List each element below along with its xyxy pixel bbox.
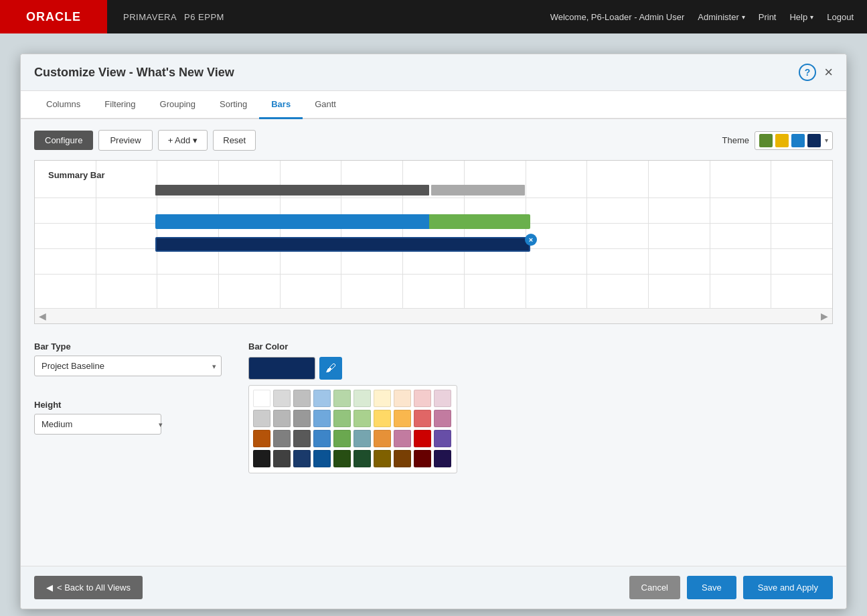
palette-color-cell[interactable] — [394, 410, 411, 427]
palette-color-cell[interactable] — [253, 430, 270, 447]
palette-color-cell[interactable] — [273, 390, 291, 407]
palette-color-cell[interactable] — [253, 410, 270, 427]
bar-type-label: Bar Type — [34, 341, 222, 352]
scroll-left-icon[interactable]: ◀ — [39, 311, 46, 321]
palette-color-cell[interactable] — [414, 390, 431, 407]
palette-color-cell[interactable] — [434, 410, 451, 427]
logout-link[interactable]: Logout — [827, 12, 854, 22]
help-icon-button[interactable]: ? — [799, 64, 816, 81]
palette-color-cell[interactable] — [434, 430, 451, 447]
palette-color-cell[interactable] — [253, 390, 270, 407]
bar-color-label: Bar Color — [248, 341, 457, 352]
palette-color-cell[interactable] — [394, 450, 411, 467]
palette-color-cell[interactable] — [414, 430, 431, 447]
page-background: Customize View - What's New View ? × Col… — [0, 33, 867, 616]
tab-bars[interactable]: Bars — [259, 91, 303, 119]
palette-color-cell[interactable] — [394, 390, 411, 407]
color-picker-row: 🖌 — [248, 357, 457, 380]
theme-picker-arrow-icon: ▾ — [825, 137, 828, 144]
back-arrow-icon: ◀ — [46, 583, 53, 593]
customize-view-dialog: Customize View - What's New View ? × Col… — [20, 54, 847, 609]
palette-color-cell[interactable] — [353, 410, 371, 427]
tab-sorting[interactable]: Sorting — [208, 91, 259, 119]
scroll-right-icon[interactable]: ▶ — [821, 311, 828, 321]
bar-close-icon[interactable]: × — [525, 234, 537, 246]
add-button[interactable]: + Add ▾ — [158, 130, 208, 151]
theme-picker[interactable]: ▾ — [755, 131, 833, 150]
tab-grouping[interactable]: Grouping — [148, 91, 208, 119]
summary-bar-label: Summary Bar — [35, 170, 832, 180]
palette-color-cell[interactable] — [273, 450, 291, 467]
blue-green-bar-row — [35, 210, 832, 233]
help-menu[interactable]: Help — [789, 12, 813, 22]
palette-color-cell[interactable] — [374, 430, 391, 447]
bar-type-select-wrapper: Normal Project Baseline Current Baseline… — [34, 356, 222, 376]
palette-color-cell[interactable] — [333, 390, 351, 407]
palette-color-cell[interactable] — [313, 410, 331, 427]
summary-bar-container — [155, 184, 530, 196]
palette-color-cell[interactable] — [394, 430, 411, 447]
dialog-body: Configure Preview + Add ▾ Reset Theme ▾ — [21, 119, 846, 566]
welcome-text: Welcome, P6-Loader - Admin User — [550, 12, 685, 22]
palette-color-cell[interactable] — [353, 390, 371, 407]
palette-color-cell[interactable] — [333, 410, 351, 427]
save-and-apply-button[interactable]: Save and Apply — [743, 576, 833, 599]
close-button[interactable]: × — [824, 65, 833, 80]
palette-color-cell[interactable] — [333, 430, 351, 447]
blue-green-bar — [155, 214, 530, 229]
palette-color-cell[interactable] — [253, 450, 270, 467]
theme-label: Theme — [722, 135, 749, 145]
palette-color-cell[interactable] — [414, 450, 431, 467]
palette-color-cell[interactable] — [313, 390, 331, 407]
add-dropdown-arrow-icon: ▾ — [193, 135, 198, 145]
summary-bar-row: Summary Bar — [35, 161, 832, 201]
theme-color-yellow — [775, 134, 789, 147]
toolbar-row: Configure Preview + Add ▾ Reset Theme ▾ — [34, 130, 833, 151]
reset-button[interactable]: Reset — [213, 130, 256, 151]
palette-color-cell[interactable] — [353, 450, 371, 467]
print-link[interactable]: Print — [759, 12, 777, 22]
palette-color-cell[interactable] — [293, 390, 311, 407]
bar-type-select[interactable]: Normal Project Baseline Current Baseline… — [34, 356, 222, 376]
palette-color-cell[interactable] — [374, 390, 391, 407]
palette-color-cell[interactable] — [313, 450, 331, 467]
theme-section: Theme ▾ — [722, 131, 833, 150]
dialog-header-icons: ? × — [799, 64, 833, 81]
palette-color-cell[interactable] — [333, 450, 351, 467]
nav-right: Welcome, P6-Loader - Admin User Administ… — [550, 12, 867, 22]
gantt-scroll-bar[interactable]: ◀ ▶ — [35, 308, 832, 323]
palette-color-cell[interactable] — [374, 410, 391, 427]
color-picker-button[interactable]: 🖌 — [319, 357, 342, 380]
bar-color-section: Bar Color 🖌 — [248, 341, 457, 473]
summary-bar-dark — [155, 185, 429, 196]
preview-button[interactable]: Preview — [98, 130, 152, 151]
palette-color-cell[interactable] — [273, 430, 291, 447]
dark-blue-bar-row: × — [35, 233, 832, 258]
palette-color-cell[interactable] — [313, 430, 331, 447]
green-bar-segment — [429, 214, 530, 229]
palette-color-cell[interactable] — [273, 410, 291, 427]
height-select-wrapper: Small Medium Large ▾ — [34, 414, 168, 435]
palette-color-cell[interactable] — [374, 450, 391, 467]
palette-color-cell[interactable] — [293, 430, 311, 447]
save-button[interactable]: Save — [687, 576, 736, 599]
cancel-button[interactable]: Cancel — [629, 576, 680, 599]
palette-color-cell[interactable] — [353, 430, 371, 447]
palette-color-cell[interactable] — [293, 410, 311, 427]
theme-color-dark-blue — [807, 134, 821, 147]
dialog-footer: ◀ < Back to All Views Cancel Save Save a… — [21, 566, 846, 609]
color-swatch — [248, 357, 315, 380]
administer-menu[interactable]: Administer — [698, 12, 744, 22]
oracle-logo: ORACLE — [0, 0, 107, 33]
palette-color-cell[interactable] — [434, 390, 451, 407]
tab-filtering[interactable]: Filtering — [92, 91, 147, 119]
height-select[interactable]: Small Medium Large — [34, 414, 161, 435]
palette-color-cell[interactable] — [414, 410, 431, 427]
back-to-all-views-button[interactable]: ◀ < Back to All Views — [34, 576, 143, 599]
configure-button[interactable]: Configure — [34, 131, 93, 150]
tab-columns[interactable]: Columns — [34, 91, 92, 119]
palette-color-cell[interactable] — [434, 450, 451, 467]
brand-name: PRIMAVERA P6 EPPM — [119, 11, 224, 23]
palette-color-cell[interactable] — [293, 450, 311, 467]
tab-gantt[interactable]: Gantt — [303, 91, 348, 119]
